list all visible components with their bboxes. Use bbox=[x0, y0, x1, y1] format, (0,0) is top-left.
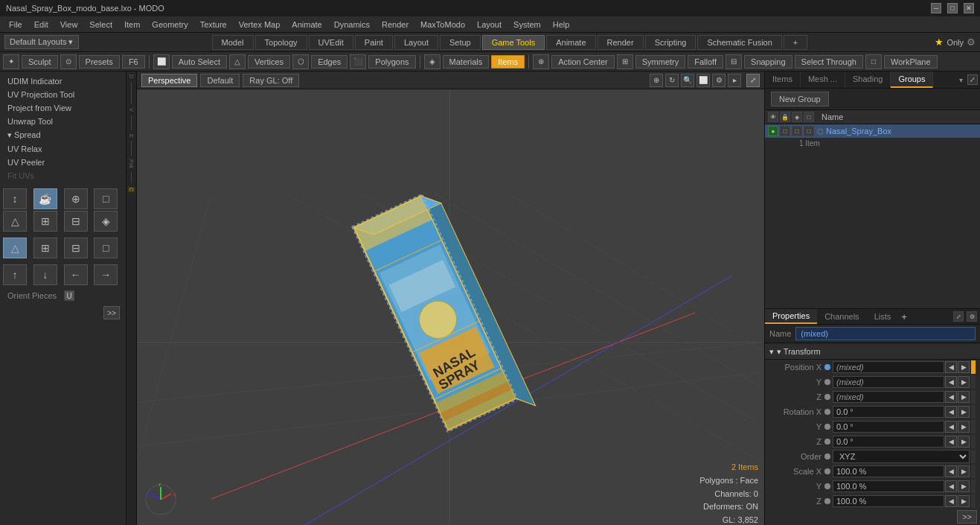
scale-x-left[interactable]: ◀ bbox=[945, 465, 957, 477]
tool-uv-peeler[interactable]: UV Peeler bbox=[3, 156, 123, 169]
tool-icon-quad[interactable]: ◈ bbox=[94, 211, 118, 232]
vp-icon-more[interactable]: ▸ bbox=[728, 74, 741, 87]
rotation-x-left[interactable]: ◀ bbox=[945, 406, 957, 418]
tool-unwrap[interactable]: Unwrap Tool bbox=[3, 115, 123, 128]
props-icon-expand[interactable]: ⤢ bbox=[953, 311, 964, 322]
position-x-dot[interactable] bbox=[824, 364, 830, 370]
scale-x-right[interactable]: ▶ bbox=[958, 465, 970, 477]
menu-dynamics[interactable]: Dynamics bbox=[328, 19, 376, 31]
order-dot[interactable] bbox=[824, 454, 830, 459]
titlebar-controls[interactable]: ─ □ ✕ bbox=[931, 3, 974, 13]
rotation-z-field[interactable] bbox=[833, 436, 944, 448]
uv-active-indicator[interactable]: U bbox=[64, 290, 74, 301]
autoselect-icon[interactable]: ⬜ bbox=[153, 54, 170, 69]
tab-animate[interactable]: Animate bbox=[546, 35, 595, 50]
items-button[interactable]: Items bbox=[491, 55, 525, 69]
settings-icon[interactable]: ⚙ bbox=[967, 36, 976, 48]
tab-layout[interactable]: Layout bbox=[394, 35, 438, 50]
falloff-button[interactable]: Falloff bbox=[688, 55, 723, 69]
props-tab-lists[interactable]: Lists bbox=[867, 310, 899, 323]
col-icon-eye[interactable]: 👁 bbox=[768, 112, 778, 122]
list-eye-icon[interactable]: ● bbox=[768, 126, 778, 136]
rotation-x-right[interactable]: ▶ bbox=[958, 406, 970, 418]
tool-icon-tri[interactable]: △ bbox=[3, 211, 27, 232]
props-tab-channels[interactable]: Channels bbox=[817, 310, 866, 323]
menu-vertexmap[interactable]: Vertex Map bbox=[233, 19, 286, 31]
tab-setup[interactable]: Setup bbox=[440, 35, 481, 50]
position-z-field[interactable] bbox=[833, 391, 944, 403]
list-item-nasal-spray-box[interactable]: ● □ □ □ ⬡ Nasal_Spray_Box bbox=[765, 124, 980, 138]
menu-geometry[interactable]: Geometry bbox=[146, 19, 193, 31]
vp-icon-perspective[interactable]: ⊕ bbox=[650, 74, 663, 87]
tab-uvedit[interactable]: UVEdit bbox=[309, 35, 353, 50]
strip-label-d[interactable]: D bbox=[129, 74, 134, 78]
col-icon-lock[interactable]: 🔒 bbox=[780, 112, 790, 122]
position-x-right[interactable]: ▶ bbox=[958, 361, 970, 373]
list-render-icon[interactable]: □ bbox=[804, 126, 814, 136]
vp-icon-settings[interactable]: ⚙ bbox=[712, 74, 726, 87]
tool-arrow-right[interactable]: → bbox=[94, 264, 118, 285]
tab-game-tools[interactable]: Game Tools bbox=[482, 35, 545, 50]
position-y-dot[interactable] bbox=[824, 379, 830, 385]
minimize-button[interactable]: ─ bbox=[931, 3, 941, 13]
tool-uv-relax[interactable]: UV Relax bbox=[3, 142, 123, 156]
strip-label-v[interactable]: V bbox=[129, 108, 134, 112]
snapping-icon[interactable]: ⊟ bbox=[726, 54, 742, 69]
vp-icon-search[interactable]: 🔍 bbox=[681, 74, 694, 87]
rotation-z-right[interactable]: ▶ bbox=[958, 436, 970, 448]
tab-paint[interactable]: Paint bbox=[355, 35, 393, 50]
tool-icon-unwrap[interactable]: ⊟ bbox=[64, 211, 88, 232]
maximize-button[interactable]: □ bbox=[947, 3, 958, 13]
tab-model[interactable]: Model bbox=[212, 35, 254, 50]
new-group-button[interactable]: New Group bbox=[771, 92, 829, 106]
scale-z-field[interactable] bbox=[833, 495, 944, 507]
right-tab-groups[interactable]: Groups bbox=[891, 71, 933, 88]
menu-texture[interactable]: Texture bbox=[194, 19, 233, 31]
expand-button[interactable]: >> bbox=[103, 306, 120, 319]
f6-button[interactable]: F6 bbox=[122, 55, 145, 69]
scale-y-left[interactable]: ◀ bbox=[945, 480, 957, 492]
menu-item[interactable]: Item bbox=[118, 19, 146, 31]
star-icon[interactable]: ★ bbox=[935, 36, 944, 48]
props-tab-properties[interactable]: Properties bbox=[765, 309, 817, 324]
rotation-z-dot[interactable] bbox=[824, 439, 830, 445]
polygons-icon[interactable]: ⬛ bbox=[350, 54, 366, 69]
snapping-button[interactable]: Snapping bbox=[744, 55, 792, 69]
materials-button[interactable]: Materials bbox=[443, 55, 490, 69]
symmetry-icon[interactable]: ⊞ bbox=[617, 54, 633, 69]
vp-icon-refresh[interactable]: ↻ bbox=[665, 74, 679, 87]
symmetry-button[interactable]: Symmetry bbox=[635, 55, 686, 69]
vp-icon-expand[interactable]: ⬜ bbox=[696, 74, 710, 87]
right-tab-items[interactable]: Items bbox=[765, 71, 801, 88]
position-x-field[interactable] bbox=[833, 361, 944, 373]
tool-icon-grid[interactable]: ⊞ bbox=[33, 211, 57, 232]
position-z-dot[interactable] bbox=[824, 394, 830, 400]
tool-uv-projection[interactable]: UV Projection Tool bbox=[3, 88, 123, 101]
rotation-x-field[interactable] bbox=[833, 406, 944, 418]
tab-schematic-fusion[interactable]: Schematic Fusion bbox=[697, 35, 781, 50]
list-view-icon[interactable]: □ bbox=[792, 126, 802, 136]
tool-fit-uvs[interactable]: Fit UVs bbox=[3, 169, 123, 182]
props-icon-settings[interactable]: ⚙ bbox=[967, 311, 977, 322]
tab-render[interactable]: Render bbox=[598, 35, 644, 50]
workplane-icon[interactable]: □ bbox=[865, 54, 882, 69]
position-y-field[interactable] bbox=[833, 376, 944, 388]
scale-y-right[interactable]: ▶ bbox=[958, 480, 970, 492]
vp-tab-perspective[interactable]: Perspective bbox=[141, 74, 197, 87]
auto-select-button[interactable]: Auto Select bbox=[172, 55, 227, 69]
strip-label-c[interactable]: C bbox=[128, 187, 135, 192]
menu-animate[interactable]: Animate bbox=[286, 19, 327, 31]
position-y-left[interactable]: ◀ bbox=[945, 376, 957, 388]
workplane-button[interactable]: WorkPlane bbox=[884, 55, 938, 69]
list-lock-icon[interactable]: □ bbox=[780, 126, 790, 136]
props-tab-add[interactable]: + bbox=[901, 311, 907, 322]
sculpt-icon[interactable]: ✦ bbox=[3, 54, 19, 69]
rotation-z-left[interactable]: ◀ bbox=[945, 436, 957, 448]
menu-layout[interactable]: Layout bbox=[471, 19, 507, 31]
select-through-button[interactable]: Select Through bbox=[795, 55, 863, 69]
scale-z-right[interactable]: ▶ bbox=[958, 495, 970, 507]
tool-icon-uv2[interactable]: ⊞ bbox=[33, 238, 57, 258]
props-nav-button[interactable]: >> bbox=[957, 510, 977, 524]
vertices-button[interactable]: Vertices bbox=[248, 55, 290, 69]
rotation-y-right[interactable]: ▶ bbox=[958, 421, 970, 433]
